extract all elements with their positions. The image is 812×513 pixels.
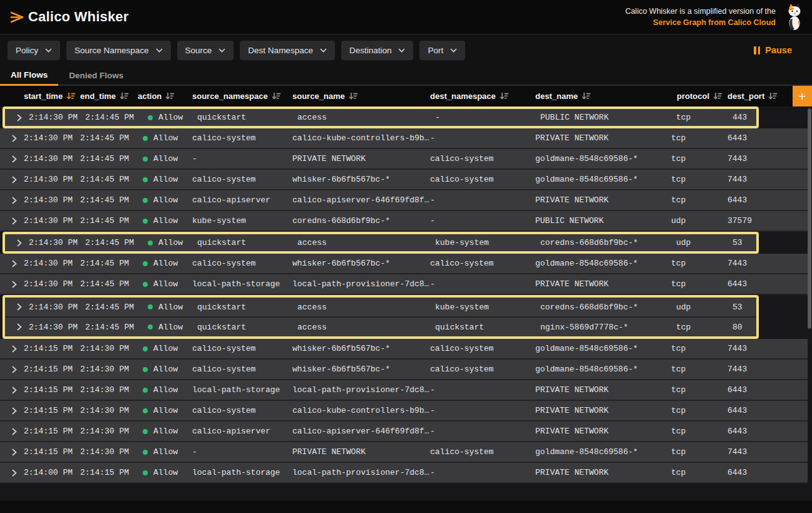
row-expand-icon[interactable] [12, 281, 17, 288]
table-row[interactable]: 2:14:15 PM 2:14:30 PM Allow - PRIVATE NE… [0, 442, 808, 463]
table-row[interactable]: 2:14:30 PM 2:14:45 PM Allow - PRIVATE NE… [0, 149, 808, 170]
sort-icon [768, 92, 778, 100]
table-row[interactable]: 2:14:30 PM 2:14:45 PM Allow calico-apise… [0, 190, 808, 211]
table-row[interactable]: 2:14:30 PM 2:14:45 PM Allow calico-syste… [0, 170, 808, 190]
column-header-dest_name[interactable]: dest_name [535, 91, 671, 101]
action-label: Allow [153, 175, 178, 184]
table-row[interactable]: 2:14:30 PM 2:14:45 PM Allow calico-syste… [0, 128, 808, 149]
cell-source_name: whisker-6b6fb567bc-* [292, 259, 430, 268]
cell-dest_namespace: kube-system [435, 303, 540, 312]
service-graph-link[interactable]: Service Graph from Calico Cloud [653, 18, 776, 27]
table-row[interactable]: 2:14:30 PM 2:14:45 PM Allow quickstart a… [5, 234, 759, 251]
table-row[interactable]: 2:14:15 PM 2:14:30 PM Allow calico-syste… [0, 401, 808, 422]
cell-source_namespace: - [192, 447, 292, 457]
cell-end_time: 2:14:45 PM [80, 216, 138, 225]
sort-icon [500, 92, 509, 100]
row-expand-icon[interactable] [12, 407, 17, 415]
cell-end_time: 2:14:45 PM [80, 154, 138, 163]
sort-icon [66, 92, 76, 100]
column-header-source_namespace[interactable]: source_namespace [192, 91, 292, 101]
table-row[interactable]: 2:14:15 PM 2:14:30 PM Allow calico-apise… [0, 422, 808, 442]
cell-source_namespace: quickstart [197, 303, 297, 312]
cell-source_namespace: local-path-storage [192, 468, 292, 477]
tab-all-flows[interactable]: All Flows [0, 66, 58, 86]
cell-dest_namespace: calico-system [430, 344, 535, 353]
top-bar: Calico Whisker Calico Whisker is a simpl… [0, 0, 812, 34]
filter-policy[interactable]: Policy [8, 41, 60, 60]
row-expand-icon[interactable] [12, 135, 17, 142]
row-expand-icon[interactable] [12, 386, 17, 394]
column-header-source_name[interactable]: source_name [292, 91, 430, 101]
table-row[interactable]: 2:14:30 PM 2:14:45 PM Allow quickstart a… [5, 109, 759, 126]
tab-denied-flows[interactable]: Denied Flows [58, 66, 134, 85]
table-row[interactable]: 2:14:15 PM 2:14:30 PM Allow local-path-s… [0, 380, 808, 401]
allow-status-dot-icon [143, 136, 148, 141]
chevron-down-icon [45, 48, 52, 53]
filter-label: Destination [349, 46, 392, 55]
cell-source_namespace: calico-apiserver [192, 195, 292, 205]
table-row[interactable]: 2:14:30 PM 2:14:45 PM Allow local-path-s… [0, 274, 808, 295]
filter-destination[interactable]: Destination [341, 41, 414, 60]
cell-dest_port: 7443 [727, 447, 808, 457]
table-row[interactable]: 2:14:30 PM 2:14:45 PM Allow calico-syste… [0, 254, 808, 274]
row-expand-icon[interactable] [12, 260, 17, 267]
column-label: dest_port [727, 91, 764, 101]
cell-protocol: tcp [671, 468, 727, 477]
cell-action: Allow [138, 344, 192, 353]
filter-source-namespace[interactable]: Source Namespace [66, 41, 171, 60]
cell-action: Allow [138, 175, 192, 184]
row-expand-icon[interactable] [12, 428, 17, 435]
table-row[interactable]: 2:14:15 PM 2:14:30 PM Allow calico-syste… [0, 339, 808, 360]
row-expand-icon[interactable] [17, 114, 22, 122]
vertical-scrollbar[interactable] [808, 108, 811, 329]
cell-dest_port: 37579 [727, 216, 808, 225]
row-expand-icon[interactable] [12, 448, 17, 456]
row-expand-icon[interactable] [12, 155, 17, 163]
row-expand-icon[interactable] [12, 176, 17, 184]
row-expand-icon[interactable] [12, 469, 17, 477]
table-row[interactable]: 2:14:30 PM 2:14:45 PM Allow kube-system … [0, 211, 808, 232]
row-expand-icon[interactable] [12, 197, 17, 204]
add-column-button[interactable]: + [793, 86, 812, 106]
allow-status-dot-icon [148, 324, 153, 329]
table-row[interactable]: 2:14:30 PM 2:14:45 PM Allow quickstart a… [5, 316, 759, 336]
filter-dest-namespace[interactable]: Dest Namespace [240, 41, 335, 60]
action-label: Allow [153, 406, 178, 415]
cell-dest_port: 7443 [727, 259, 808, 268]
column-header-action[interactable]: action [138, 91, 192, 101]
cell-protocol: tcp [671, 154, 727, 163]
row-expand-icon[interactable] [12, 345, 17, 353]
allow-status-dot-icon [143, 388, 148, 393]
column-header-start_time[interactable]: start_time [24, 91, 80, 101]
cell-start_time: 2:14:30 PM [29, 303, 85, 312]
cell-dest_name: PRIVATE NETWORK [535, 133, 671, 143]
row-expand-icon[interactable] [17, 303, 22, 311]
row-expand-icon[interactable] [12, 217, 17, 225]
cell-action: Allow [138, 195, 192, 205]
cell-source_namespace: calico-system [192, 259, 292, 268]
pause-button[interactable]: Pause [750, 44, 796, 56]
row-expand-icon[interactable] [17, 323, 22, 331]
pause-icon [754, 46, 760, 54]
cell-start_time: 2:14:15 PM [24, 427, 80, 436]
allow-status-dot-icon [148, 304, 153, 309]
table-row[interactable]: 2:14:15 PM 2:14:30 PM Allow calico-syste… [0, 360, 808, 380]
column-label: protocol [677, 91, 709, 101]
row-expand-icon[interactable] [17, 239, 22, 247]
table-row[interactable]: 2:14:00 PM 2:14:15 PM Allow local-path-s… [0, 463, 808, 484]
row-expand-icon[interactable] [12, 366, 17, 373]
cell-source_name: local-path-provisioner-7dc8… [292, 385, 430, 395]
cell-source_namespace: local-path-storage [192, 279, 292, 289]
column-header-end_time[interactable]: end_time [80, 91, 138, 101]
filter-source[interactable]: Source [177, 41, 234, 60]
cell-source_name: whisker-6b6fb567bc-* [292, 365, 430, 374]
allow-status-dot-icon [143, 157, 148, 162]
column-header-protocol[interactable]: protocol [671, 91, 727, 101]
cell-start_time: 2:14:30 PM [24, 175, 80, 184]
cell-source_name: access [297, 303, 435, 312]
sort-icon [582, 92, 591, 100]
table-row[interactable]: 2:14:30 PM 2:14:45 PM Allow quickstart a… [5, 298, 759, 316]
cell-protocol: tcp [671, 279, 727, 289]
column-header-dest_namespace[interactable]: dest_namespace [430, 91, 535, 101]
filter-port[interactable]: Port [419, 41, 465, 60]
